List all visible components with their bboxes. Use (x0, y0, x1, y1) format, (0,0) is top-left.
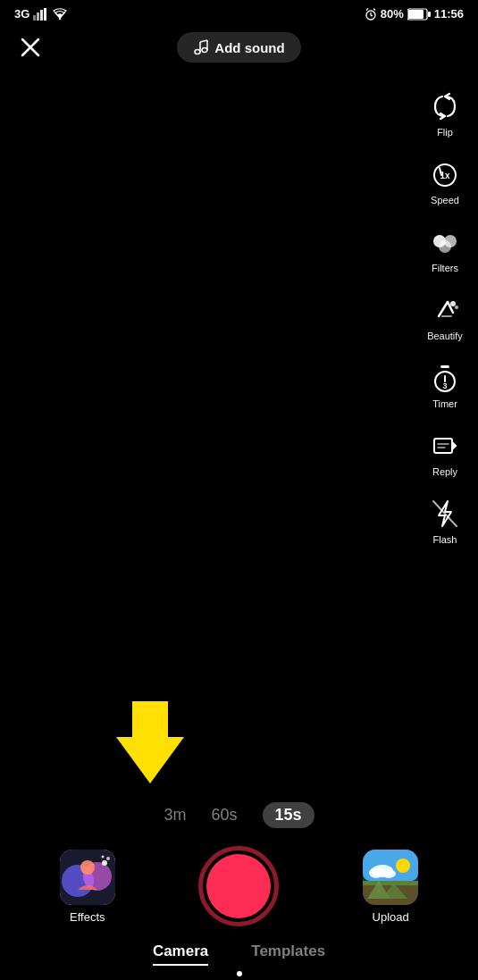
music-icon (193, 39, 209, 55)
reply-icon (429, 430, 461, 462)
svg-line-9 (373, 8, 375, 10)
right-icons-panel: Flip 1x Speed Filters (421, 80, 469, 552)
signal-icon (33, 8, 49, 21)
svg-rect-12 (428, 12, 431, 17)
speed-icon-container: 1x (426, 155, 464, 193)
tab-templates[interactable]: Templates (251, 942, 325, 966)
svg-rect-51 (363, 881, 418, 885)
svg-line-19 (200, 40, 207, 42)
effects-icon (60, 850, 115, 905)
svg-point-4 (59, 17, 61, 19)
reply-label: Reply (432, 466, 457, 477)
effects-graphic (60, 850, 115, 905)
flash-icon-container (426, 495, 464, 532)
svg-rect-27 (440, 365, 449, 368)
flip-icon (430, 91, 460, 121)
svg-point-42 (106, 857, 110, 860)
close-button[interactable] (14, 31, 46, 63)
svg-point-15 (195, 50, 200, 54)
add-sound-button[interactable]: Add sound (177, 32, 300, 63)
timer-button[interactable]: 3 Timer (421, 352, 469, 416)
battery-text: 80% (381, 7, 404, 21)
duration-15s-button[interactable]: 15s (263, 802, 314, 828)
flash-button[interactable]: Flash (421, 488, 469, 552)
speed-icon: 1x (429, 159, 461, 189)
add-sound-label: Add sound (214, 40, 284, 55)
reply-icon-container (426, 427, 464, 465)
svg-point-24 (439, 240, 451, 253)
flip-icon-container (426, 88, 464, 125)
beautify-icon-container (426, 291, 464, 329)
status-bar: 3G 80% 11:56 (0, 0, 478, 24)
svg-rect-31 (434, 439, 452, 453)
svg-rect-11 (408, 10, 423, 19)
bottom-tabs: Camera Templates (0, 942, 478, 966)
svg-rect-2 (40, 10, 43, 21)
speed-label: Speed (431, 195, 459, 205)
flash-icon (430, 498, 460, 530)
svg-point-48 (369, 867, 383, 878)
svg-rect-0 (33, 15, 36, 21)
duration-3m-button[interactable]: 3m (164, 806, 186, 825)
record-button-wrap (198, 846, 279, 926)
close-icon (21, 38, 40, 57)
time-text: 11:56 (434, 7, 464, 21)
svg-point-49 (382, 869, 396, 878)
svg-point-25 (450, 301, 456, 306)
direction-arrow (116, 701, 184, 783)
svg-rect-3 (44, 8, 46, 21)
timer-icon-container: 3 (426, 359, 464, 397)
duration-row: 3m 60s 15s (0, 802, 478, 828)
beautify-button[interactable]: Beautify (421, 284, 469, 348)
filters-icon (429, 227, 461, 257)
effects-label: Effects (70, 910, 105, 924)
top-bar: Add sound (0, 24, 478, 71)
effects-button[interactable]: Effects (60, 850, 115, 924)
flash-label: Flash (433, 534, 457, 545)
tab-camera[interactable]: Camera (153, 942, 208, 966)
beautify-label: Beautify (427, 331, 463, 341)
svg-rect-1 (37, 13, 39, 21)
bottom-controls: Effects (0, 846, 478, 926)
timer-label: Timer (432, 398, 457, 409)
svg-point-40 (80, 860, 95, 875)
svg-point-26 (455, 306, 458, 309)
tab-indicator-dot (237, 971, 242, 976)
alarm-icon (365, 8, 377, 21)
speed-button[interactable]: 1x Speed (421, 148, 469, 213)
wifi-icon (53, 8, 67, 21)
duration-60s-button[interactable]: 60s (211, 806, 237, 825)
filters-icon-container (426, 223, 464, 261)
upload-icon (363, 850, 418, 905)
status-left: 3G (14, 7, 67, 21)
beautify-icon (430, 295, 460, 325)
reply-button[interactable]: Reply (421, 420, 469, 484)
upload-button[interactable]: Upload (363, 850, 418, 924)
carrier-text: 3G (14, 7, 29, 21)
filters-button[interactable]: Filters (421, 216, 469, 281)
timer-icon: 3 (429, 362, 461, 394)
record-button[interactable] (198, 846, 279, 926)
upload-label: Upload (373, 910, 409, 924)
svg-point-41 (102, 860, 107, 866)
flip-button[interactable]: Flip (421, 80, 469, 145)
record-inner-circle (206, 854, 271, 918)
flip-label: Flip (437, 127, 453, 138)
svg-text:3: 3 (442, 381, 447, 390)
upload-graphic (363, 850, 418, 905)
svg-point-43 (101, 855, 104, 858)
battery-icon (407, 8, 431, 21)
svg-point-16 (202, 48, 207, 53)
filters-label: Filters (432, 263, 458, 273)
svg-point-46 (396, 859, 410, 873)
svg-text:1x: 1x (440, 171, 450, 180)
status-right: 80% 11:56 (365, 7, 464, 21)
svg-line-8 (366, 8, 368, 10)
